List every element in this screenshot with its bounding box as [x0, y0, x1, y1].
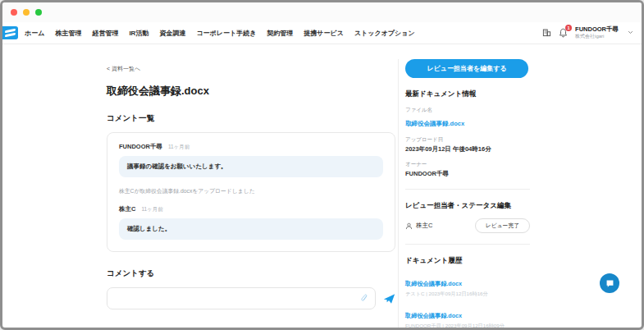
building-icon [542, 28, 551, 37]
chat-bubble-icon [605, 279, 614, 288]
history-file-link[interactable]: 取締役会議事録.docx [405, 312, 462, 320]
nav-item-business-management[interactable]: 経営管理 [92, 29, 118, 38]
attach-file-button[interactable] [360, 294, 368, 303]
nav-item-stock-options[interactable]: ストックオプション [354, 29, 415, 38]
minimize-window-button[interactable] [23, 9, 30, 16]
organization-button[interactable] [542, 28, 551, 37]
nav-right-controls: 1 FUNDOOR千尋 株式会社igari [542, 26, 642, 39]
history-item: 取締役会議事録.docx テストC | 2023年09月12日16時16分 [405, 273, 536, 298]
user-menu[interactable]: FUNDOOR千尋 株式会社igari [575, 26, 619, 39]
owner-label: オーナー [405, 161, 536, 168]
send-comment-button[interactable] [383, 293, 395, 305]
maximize-window-button[interactable] [35, 9, 42, 16]
comment-input-box [107, 287, 376, 309]
compose-heading: コメントする [107, 268, 395, 279]
upload-date-label: アップロード日 [405, 136, 536, 144]
file-name-link[interactable]: 取締役会議事録.docx [405, 120, 464, 128]
nav-item-partner-services[interactable]: 提携サービス [304, 29, 344, 38]
comments-heading: コメント一覧 [107, 113, 395, 124]
document-detail-main: < 資料一覧へ 取締役会議事録.docx コメント一覧 FUNDOOR千尋 11… [107, 59, 395, 309]
nav-menu: ホーム 株主管理 経営管理 IR活動 資金調達 コーポレート手続き 契約管理 提… [25, 29, 415, 38]
reviewer-name: 株主C [416, 222, 432, 230]
person-icon [405, 222, 413, 230]
edit-reviewers-button[interactable]: レビュー担当者を編集する [405, 59, 528, 78]
latest-doc-heading: 最新ドキュメント情報 [405, 89, 536, 99]
document-info-sidebar: レビュー担当者を編集する 最新ドキュメント情報 ファイル名 取締役会議事録.do… [398, 59, 536, 330]
comment-author: FUNDOOR千尋 [119, 143, 162, 151]
comment-timestamp: 11ヶ月前 [168, 144, 190, 151]
nav-item-shareholder-management[interactable]: 株主管理 [55, 29, 81, 38]
system-message: 株主Cが取締役会議事録.docxをアップロードしました [119, 187, 383, 195]
macos-window: ホーム 株主管理 経営管理 IR活動 資金調達 コーポレート手続き 契約管理 提… [0, 0, 644, 330]
comment-text: 議事録の確認をお願いいたします。 [119, 156, 383, 177]
nav-item-fundraising[interactable]: 資金調達 [159, 29, 185, 38]
comment-input[interactable] [114, 295, 360, 302]
document-history-heading: ドキュメント履歴 [405, 256, 536, 266]
breadcrumb-back-link[interactable]: < 資料一覧へ [107, 66, 140, 71]
upload-date-field: アップロード日 2023年09月12日 午後04時16分 [405, 136, 536, 154]
comment-timestamp: 11ヶ月前 [141, 206, 162, 213]
file-name-field: ファイル名 取締役会議事録.docx [405, 107, 536, 129]
review-status-badge[interactable]: レビュー完了 [475, 218, 530, 233]
comment-item: 株主C 11ヶ月前 確認しました。 [119, 205, 383, 240]
reviewer-status-heading: レビュー担当者・ステータス編集 [405, 201, 536, 211]
top-nav: ホーム 株主管理 経営管理 IR活動 資金調達 コーポレート手続き 契約管理 提… [2, 22, 642, 44]
history-meta: FUNDOOR千尋 | 2023年09月12日16時09分 [405, 323, 536, 330]
chat-support-button[interactable] [600, 273, 619, 293]
sidebar-divider [405, 189, 530, 190]
owner-value: FUNDOOR千尋 [405, 170, 536, 178]
page-title: 取締役会議事録.docx [107, 84, 395, 99]
nav-item-home[interactable]: ホーム [25, 29, 44, 38]
nav-item-ir-activities[interactable]: IR活動 [129, 29, 148, 38]
nav-item-corporate-procedures[interactable]: コーポレート手続き [196, 29, 256, 38]
paper-plane-icon [383, 293, 395, 305]
window-titlebar [2, 2, 642, 22]
notifications-button[interactable]: 1 [559, 28, 568, 38]
paperclip-icon [360, 294, 368, 303]
page-content: < 資料一覧へ 取締役会議事録.docx コメント一覧 FUNDOOR千尋 11… [2, 44, 642, 329]
nav-item-contract-management[interactable]: 契約管理 [267, 29, 293, 38]
fundoor-logo-icon[interactable] [2, 26, 18, 39]
history-file-link[interactable]: 取締役会議事録.docx [405, 280, 462, 288]
history-item: 取締役会議事録.docx FUNDOOR千尋 | 2023年09月12日16時0… [405, 305, 536, 330]
close-window-button[interactable] [11, 9, 17, 16]
comment-text: 確認しました。 [119, 218, 383, 240]
upload-date-value: 2023年09月12日 午後04時16分 [405, 145, 536, 154]
comments-card: FUNDOOR千尋 11ヶ月前 議事録の確認をお願いいたします。 株主Cが取締役… [107, 132, 395, 252]
user-company: 株式会社igari [575, 34, 619, 39]
user-name: FUNDOOR千尋 [575, 26, 619, 34]
reviewer-row: 株主C レビュー完了 [405, 218, 530, 233]
notification-badge: 1 [565, 25, 572, 31]
sidebar-divider [405, 244, 530, 245]
comment-item: FUNDOOR千尋 11ヶ月前 議事録の確認をお願いいたします。 [119, 143, 383, 177]
owner-field: オーナー FUNDOOR千尋 [405, 161, 536, 178]
comment-compose [107, 287, 395, 309]
history-meta: テストC | 2023年09月12日16時16分 [405, 291, 536, 298]
chevron-down-icon[interactable] [628, 30, 633, 35]
file-name-label: ファイル名 [405, 107, 536, 114]
comment-author: 株主C [119, 205, 135, 213]
